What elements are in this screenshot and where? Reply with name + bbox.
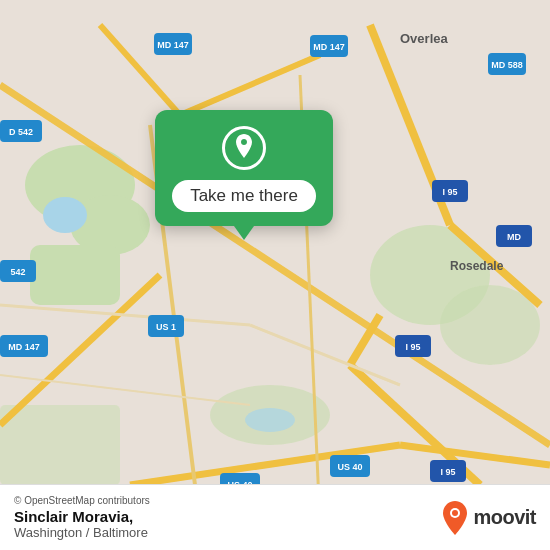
svg-text:MD 147: MD 147 [313, 42, 345, 52]
bottom-left: © OpenStreetMap contributors Sinclair Mo… [14, 495, 150, 540]
moovit-logo: moovit [441, 501, 536, 535]
svg-rect-3 [30, 245, 120, 305]
svg-text:D 542: D 542 [9, 127, 33, 137]
map-svg: MD 147 MD 147 MD 588 D 542 542 MD 147 US… [0, 0, 550, 550]
svg-text:Overlea: Overlea [400, 31, 448, 46]
location-name: Sinclair Moravia, [14, 508, 150, 525]
location-pin-icon [232, 134, 256, 162]
moovit-pin-icon [441, 501, 469, 535]
moovit-text: moovit [473, 506, 536, 529]
location-sub: Washington / Baltimore [14, 525, 150, 540]
svg-rect-7 [0, 405, 120, 485]
svg-text:I 95: I 95 [442, 187, 457, 197]
svg-point-8 [43, 197, 87, 233]
svg-text:US 40: US 40 [337, 462, 362, 472]
svg-point-9 [245, 408, 295, 432]
popup-icon [222, 126, 266, 170]
svg-text:US 1: US 1 [156, 322, 176, 332]
svg-point-54 [452, 510, 458, 516]
popup: Take me there [155, 110, 333, 226]
svg-text:I 95: I 95 [440, 467, 455, 477]
osm-credit: © OpenStreetMap contributors [14, 495, 150, 506]
svg-text:MD: MD [507, 232, 521, 242]
svg-text:MD 588: MD 588 [491, 60, 523, 70]
svg-text:MD 147: MD 147 [157, 40, 189, 50]
svg-text:542: 542 [10, 267, 25, 277]
map-container: MD 147 MD 147 MD 588 D 542 542 MD 147 US… [0, 0, 550, 550]
svg-text:Rosedale: Rosedale [450, 259, 504, 273]
bottom-bar: © OpenStreetMap contributors Sinclair Mo… [0, 484, 550, 550]
svg-text:I 95: I 95 [405, 342, 420, 352]
take-me-there-button[interactable]: Take me there [172, 180, 316, 212]
svg-text:MD 147: MD 147 [8, 342, 40, 352]
